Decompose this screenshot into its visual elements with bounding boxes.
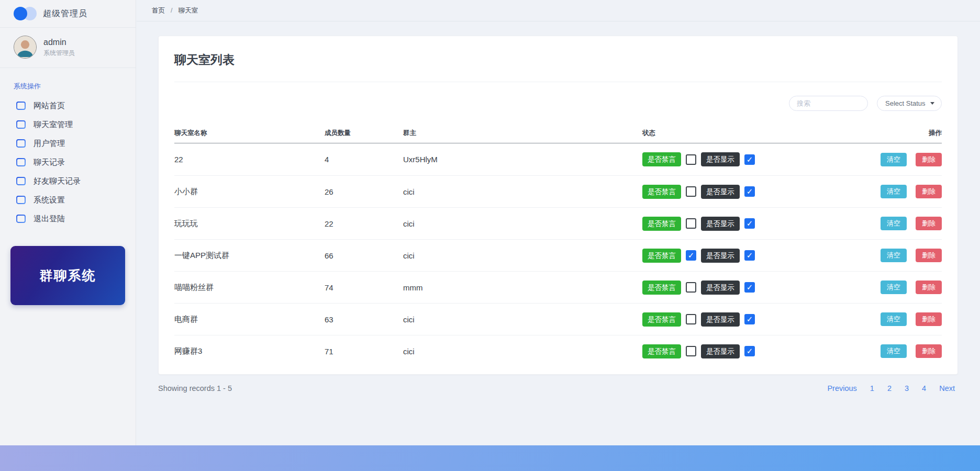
mute-checkbox[interactable] bbox=[686, 250, 696, 261]
list-footer: Showing records 1 - 5 Previous1234Next bbox=[158, 383, 958, 394]
mute-badge[interactable]: 是否禁言 bbox=[642, 312, 681, 327]
page-link-2[interactable]: 2 bbox=[884, 383, 895, 394]
show-checkbox[interactable] bbox=[744, 218, 755, 229]
show-badge[interactable]: 是否显示 bbox=[701, 312, 740, 327]
delete-button[interactable]: 删除 bbox=[916, 281, 942, 294]
member-count: 71 bbox=[325, 347, 403, 356]
chatroom-list-card: 聊天室列表 Select Status 聊天室名称 成员数量 群主 状态 操作 … bbox=[158, 36, 958, 375]
sidebar-item-label: 系统设置 bbox=[34, 195, 65, 205]
mute-badge[interactable]: 是否禁言 bbox=[642, 217, 681, 231]
search-input[interactable] bbox=[789, 96, 868, 111]
clear-button[interactable]: 清空 bbox=[881, 153, 907, 166]
delete-button[interactable]: 删除 bbox=[916, 344, 942, 358]
mute-badge[interactable]: 是否禁言 bbox=[642, 281, 681, 295]
breadcrumb-current: 聊天室 bbox=[178, 6, 198, 15]
member-count: 22 bbox=[325, 219, 403, 228]
table-body: 22 4 Uxr5HlyM 是否禁言 是否显示 清空 删除 小小群 26 cic… bbox=[174, 143, 942, 367]
show-checkbox[interactable] bbox=[744, 186, 755, 197]
delete-button[interactable]: 删除 bbox=[916, 185, 942, 198]
sidebar-item-label: 网站首页 bbox=[34, 101, 65, 111]
clear-button[interactable]: 清空 bbox=[881, 344, 907, 358]
clear-button[interactable]: 清空 bbox=[881, 217, 907, 230]
member-count: 66 bbox=[325, 251, 403, 260]
clear-button[interactable]: 清空 bbox=[881, 312, 907, 326]
brand-box-title: 群聊系统 bbox=[40, 267, 96, 284]
show-badge[interactable]: 是否显示 bbox=[701, 344, 740, 358]
chatroom-name: 一键APP测试群 bbox=[174, 251, 325, 261]
table-row: 电商群 63 cici 是否禁言 是否显示 清空 删除 bbox=[174, 303, 942, 335]
layout-icon bbox=[16, 195, 26, 205]
table-row: 网赚群3 71 cici 是否禁言 是否显示 清空 删除 bbox=[174, 335, 942, 367]
show-checkbox[interactable] bbox=[744, 282, 755, 293]
clear-button[interactable]: 清空 bbox=[881, 185, 907, 198]
actions-cell: 清空 删除 bbox=[867, 153, 942, 166]
show-badge[interactable]: 是否显示 bbox=[701, 281, 740, 295]
status-cell: 是否禁言 是否显示 bbox=[642, 185, 867, 199]
mute-badge[interactable]: 是否禁言 bbox=[642, 152, 681, 166]
status-cell: 是否禁言 是否显示 bbox=[642, 281, 867, 295]
mute-badge[interactable]: 是否禁言 bbox=[642, 249, 681, 263]
show-badge[interactable]: 是否显示 bbox=[701, 152, 740, 166]
sidebar-item-2[interactable]: 用户管理 bbox=[0, 134, 136, 153]
member-count: 4 bbox=[325, 155, 403, 164]
clear-button[interactable]: 清空 bbox=[881, 281, 907, 294]
status-cell: 是否禁言 是否显示 bbox=[642, 217, 867, 231]
group-owner: cici bbox=[403, 187, 642, 196]
header-actions: 操作 bbox=[867, 129, 942, 138]
user-role: 系统管理员 bbox=[43, 49, 75, 58]
mute-badge[interactable]: 是否禁言 bbox=[642, 344, 681, 358]
actions-cell: 清空 删除 bbox=[867, 344, 942, 358]
mute-badge[interactable]: 是否禁言 bbox=[642, 185, 681, 199]
member-count: 63 bbox=[325, 315, 403, 324]
status-select[interactable]: Select Status bbox=[877, 96, 942, 111]
chatroom-name: 22 bbox=[174, 155, 325, 164]
show-checkbox[interactable] bbox=[744, 314, 755, 324]
brand: 超级管理员 bbox=[0, 0, 136, 28]
show-checkbox[interactable] bbox=[744, 250, 755, 261]
delete-button[interactable]: 删除 bbox=[916, 312, 942, 326]
breadcrumb-home[interactable]: 首页 bbox=[152, 6, 165, 15]
chatroom-name: 网赚群3 bbox=[174, 346, 325, 356]
sidebar-item-3[interactable]: 聊天记录 bbox=[0, 153, 136, 172]
pagination: Previous1234Next bbox=[824, 383, 958, 394]
mute-checkbox[interactable] bbox=[686, 314, 696, 324]
sidebar-item-0[interactable]: 网站首页 bbox=[0, 96, 136, 115]
app-logo-icon bbox=[14, 7, 37, 20]
table-row: 小小群 26 cici 是否禁言 是否显示 清空 删除 bbox=[174, 175, 942, 207]
actions-cell: 清空 删除 bbox=[867, 312, 942, 326]
actions-cell: 清空 删除 bbox=[867, 281, 942, 294]
show-badge[interactable]: 是否显示 bbox=[701, 217, 740, 231]
sidebar-item-5[interactable]: 系统设置 bbox=[0, 190, 136, 209]
layout-icon bbox=[16, 100, 26, 111]
show-checkbox[interactable] bbox=[744, 154, 755, 165]
header-status: 状态 bbox=[642, 129, 867, 138]
breadcrumb-separator: / bbox=[171, 7, 172, 14]
show-checkbox[interactable] bbox=[744, 346, 755, 356]
sidebar-item-4[interactable]: 好友聊天记录 bbox=[0, 172, 136, 190]
page-link-next[interactable]: Next bbox=[936, 383, 958, 394]
page-link-4[interactable]: 4 bbox=[919, 383, 929, 394]
show-badge[interactable]: 是否显示 bbox=[701, 185, 740, 199]
delete-button[interactable]: 删除 bbox=[916, 249, 942, 262]
sidebar-item-1[interactable]: 聊天室管理 bbox=[0, 115, 136, 134]
main: 首页 / 聊天室 聊天室列表 Select Status 聊天室名称 成员数量 … bbox=[137, 0, 980, 445]
mute-checkbox[interactable] bbox=[686, 218, 696, 229]
delete-button[interactable]: 删除 bbox=[916, 153, 942, 166]
sidebar-item-6[interactable]: 退出登陆 bbox=[0, 209, 136, 228]
chevron-down-icon bbox=[930, 102, 934, 105]
sidebar-item-label: 用户管理 bbox=[34, 139, 65, 149]
sidebar-item-label: 聊天室管理 bbox=[34, 120, 73, 130]
showing-records-label: Showing records 1 - 5 bbox=[158, 384, 232, 392]
mute-checkbox[interactable] bbox=[686, 186, 696, 197]
mute-checkbox[interactable] bbox=[686, 154, 696, 165]
mute-checkbox[interactable] bbox=[686, 282, 696, 293]
mute-checkbox[interactable] bbox=[686, 346, 696, 356]
page-link-previous[interactable]: Previous bbox=[824, 383, 860, 394]
brand-title: 超级管理员 bbox=[43, 8, 87, 19]
table-toolbar: Select Status bbox=[174, 82, 942, 124]
page-link-3[interactable]: 3 bbox=[901, 383, 912, 394]
delete-button[interactable]: 删除 bbox=[916, 217, 942, 230]
page-link-1[interactable]: 1 bbox=[867, 383, 877, 394]
clear-button[interactable]: 清空 bbox=[881, 249, 907, 262]
show-badge[interactable]: 是否显示 bbox=[701, 249, 740, 263]
